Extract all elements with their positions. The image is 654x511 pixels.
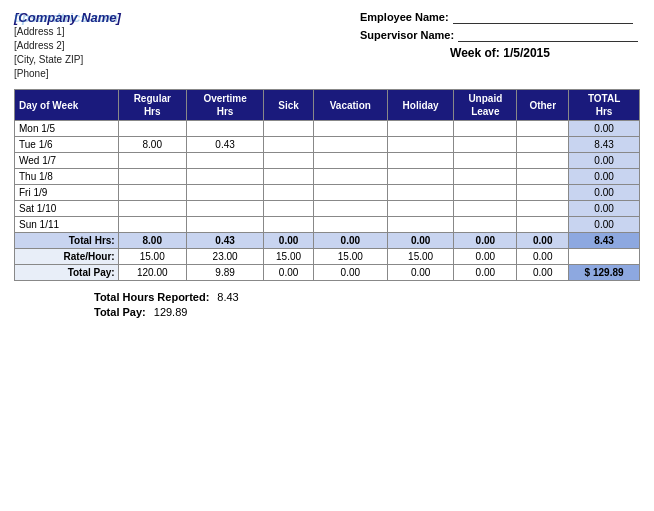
cell-holiday[interactable] [387,217,453,233]
cell-sick[interactable] [264,201,313,217]
totals-hrs-cell-5: 0.00 [387,233,453,249]
footer-total-hours-row: Total Hours Reported: 8.43 [94,291,640,303]
cell-overtime[interactable] [186,217,264,233]
cell-overtime[interactable] [186,153,264,169]
cell-total[interactable]: 0.00 [569,185,640,201]
address2: [Address 2] [14,39,121,53]
total-pay-cell-4: 0.00 [313,265,387,281]
cell-regular[interactable]: 8.00 [118,137,186,153]
cell-unpaid[interactable] [454,153,517,169]
cell-day[interactable]: Fri 1/9 [15,185,119,201]
total-pay-cell-5: 0.00 [387,265,453,281]
rate-hour-cell-1: 15.00 [118,249,186,265]
cell-overtime[interactable] [186,201,264,217]
employee-name-input[interactable] [453,10,633,24]
rate-hour-cell-4: 15.00 [313,249,387,265]
rate-hour-cell-5: 15.00 [387,249,453,265]
cell-vacation[interactable] [313,201,387,217]
right-block: Employee Name: Supervisor Name: Week of:… [360,10,640,60]
table-row: Sun 1/110.00 [15,217,640,233]
cell-regular[interactable] [118,217,186,233]
cell-vacation[interactable] [313,185,387,201]
totals-hrs-cell-2: 0.43 [186,233,264,249]
rate-hour-row: Rate/Hour:15.0023.0015.0015.0015.000.000… [15,249,640,265]
cell-sick[interactable] [264,137,313,153]
cell-sick[interactable] [264,169,313,185]
table-row: Thu 1/80.00 [15,169,640,185]
total-pay-cell-8: $ 129.89 [569,265,640,281]
week-of: Week of: 1/5/2015 [360,46,640,60]
cell-regular[interactable] [118,201,186,217]
cell-regular[interactable] [118,185,186,201]
cell-overtime[interactable]: 0.43 [186,137,264,153]
cell-holiday[interactable] [387,201,453,217]
cell-other[interactable] [517,185,569,201]
total-pay-row: Total Pay:120.009.890.000.000.000.000.00… [15,265,640,281]
col-header-holiday: Holiday [387,90,453,121]
col-header-regular: RegularHrs [118,90,186,121]
page: [Company Name] tipsandtrics.com [Address… [0,0,654,331]
cell-unpaid[interactable] [454,137,517,153]
cell-vacation[interactable] [313,217,387,233]
cell-regular[interactable] [118,121,186,137]
cell-vacation[interactable] [313,169,387,185]
cell-unpaid[interactable] [454,217,517,233]
rate-hour-cell-2: 23.00 [186,249,264,265]
col-header-overtime: OvertimeHrs [186,90,264,121]
cell-vacation[interactable] [313,121,387,137]
cell-holiday[interactable] [387,121,453,137]
cell-total[interactable]: 8.43 [569,137,640,153]
cell-holiday[interactable] [387,137,453,153]
week-of-label: Week of: [450,46,500,60]
cell-total[interactable]: 0.00 [569,121,640,137]
cell-other[interactable] [517,153,569,169]
totals-hrs-cell-0: Total Hrs: [15,233,119,249]
rate-hour-cell-0: Rate/Hour: [15,249,119,265]
city-state-zip: [City, State ZIP] [14,53,121,67]
cell-day[interactable]: Sat 1/10 [15,201,119,217]
footer: Total Hours Reported: 8.43 Total Pay: 12… [14,291,640,318]
cell-total[interactable]: 0.00 [569,153,640,169]
cell-day[interactable]: Thu 1/8 [15,169,119,185]
cell-sick[interactable] [264,121,313,137]
cell-day[interactable]: Tue 1/6 [15,137,119,153]
footer-total-pay-row: Total Pay: 129.89 [94,306,640,318]
cell-sick[interactable] [264,153,313,169]
cell-regular[interactable] [118,169,186,185]
cell-other[interactable] [517,169,569,185]
supervisor-label: Supervisor Name: [360,29,454,41]
totals-hrs-cell-1: 8.00 [118,233,186,249]
employee-field-row: Employee Name: [360,10,640,24]
cell-vacation[interactable] [313,153,387,169]
cell-overtime[interactable] [186,169,264,185]
cell-total[interactable]: 0.00 [569,169,640,185]
cell-unpaid[interactable] [454,185,517,201]
cell-holiday[interactable] [387,169,453,185]
cell-total[interactable]: 0.00 [569,217,640,233]
cell-regular[interactable] [118,153,186,169]
cell-day[interactable]: Mon 1/5 [15,121,119,137]
cell-overtime[interactable] [186,185,264,201]
supervisor-name-input[interactable] [458,28,638,42]
cell-other[interactable] [517,201,569,217]
cell-day[interactable]: Sun 1/11 [15,217,119,233]
table-row: Fri 1/90.00 [15,185,640,201]
cell-other[interactable] [517,121,569,137]
total-pay-cell-0: Total Pay: [15,265,119,281]
cell-overtime[interactable] [186,121,264,137]
cell-sick[interactable] [264,217,313,233]
cell-other[interactable] [517,217,569,233]
cell-holiday[interactable] [387,185,453,201]
cell-unpaid[interactable] [454,121,517,137]
cell-unpaid[interactable] [454,201,517,217]
totals-hrs-cell-3: 0.00 [264,233,313,249]
col-header-total: TOTALHrs [569,90,640,121]
cell-holiday[interactable] [387,153,453,169]
cell-sick[interactable] [264,185,313,201]
cell-other[interactable] [517,137,569,153]
company-name: [Company Name] [14,10,121,25]
cell-total[interactable]: 0.00 [569,201,640,217]
cell-vacation[interactable] [313,137,387,153]
cell-day[interactable]: Wed 1/7 [15,153,119,169]
cell-unpaid[interactable] [454,169,517,185]
